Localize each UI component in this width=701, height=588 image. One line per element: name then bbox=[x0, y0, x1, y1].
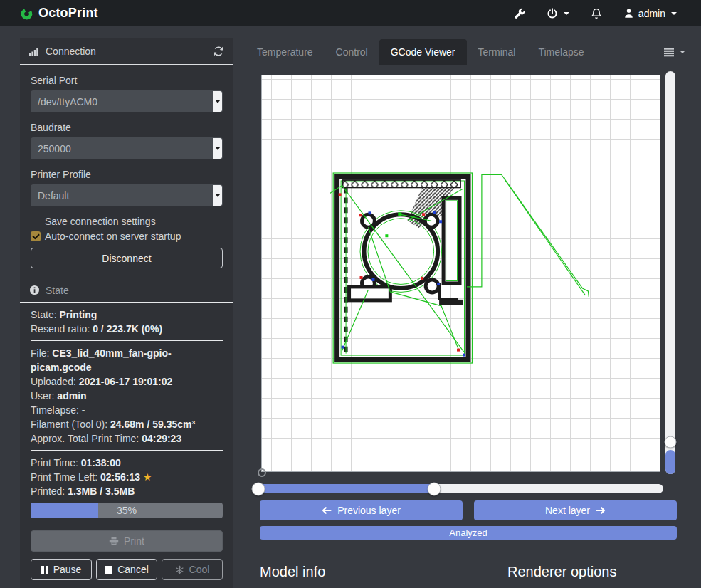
tab-terminal[interactable]: Terminal bbox=[467, 39, 527, 65]
serial-port-select[interactable]: /dev/ttyACM0 bbox=[31, 90, 223, 112]
signal-bars-icon bbox=[29, 46, 39, 56]
save-settings-checkbox[interactable] bbox=[31, 216, 41, 226]
snowflake-icon bbox=[175, 565, 184, 574]
bell-icon bbox=[591, 8, 602, 19]
octoprint-logo bbox=[20, 6, 33, 20]
print-progress-bar: 35% bbox=[31, 503, 223, 518]
user-menu-button[interactable]: admin bbox=[623, 8, 677, 19]
brand[interactable]: OctoPrint bbox=[20, 6, 98, 21]
serial-port-value: /dev/ttyACM0 bbox=[38, 96, 97, 107]
approx-print-time-row: Approx. Total Print Time: 04:29:23 bbox=[31, 431, 223, 446]
arrow-right-icon bbox=[596, 506, 606, 515]
filament-row: Filament (Tool 0): 24.68m / 59.35cm³ bbox=[31, 417, 223, 431]
print-progress-label: 35% bbox=[31, 503, 223, 518]
previous-layer-button[interactable]: Previous layer bbox=[260, 500, 463, 520]
select-caret bbox=[213, 138, 222, 159]
stop-icon bbox=[105, 566, 112, 574]
tab-temperature[interactable]: Temperature bbox=[246, 39, 325, 65]
printer-profile-value: Default bbox=[38, 190, 69, 201]
command-range-slider[interactable] bbox=[254, 484, 663, 493]
lower-section-headings: Model info Renderer options bbox=[260, 564, 701, 580]
info-icon bbox=[29, 285, 40, 295]
uploaded-row: Uploaded: 2021-06-17 19:01:02 bbox=[31, 374, 223, 389]
vertical-layer-handle[interactable] bbox=[665, 436, 677, 448]
resend-row: Resend ratio: 0 / 223.7K (0%) bbox=[31, 322, 223, 336]
arrow-left-icon bbox=[322, 506, 332, 515]
settings-wrench-button[interactable] bbox=[514, 8, 525, 19]
vertical-layer-fill bbox=[665, 450, 675, 474]
autoconnect-checkbox[interactable] bbox=[31, 231, 41, 241]
timelapse-row: Timelapse: - bbox=[31, 403, 223, 417]
connection-panel-body: Serial Port /dev/ttyACM0 Baudrate 250000… bbox=[20, 65, 233, 278]
state-panel-title: State bbox=[46, 285, 69, 296]
next-layer-button[interactable]: Next layer bbox=[474, 500, 677, 520]
navbar-actions: admin bbox=[514, 8, 677, 19]
tab-timelapse[interactable]: Timelapse bbox=[527, 39, 595, 65]
print-time-row: Print Time: 01:38:00 bbox=[31, 456, 223, 470]
printer-icon bbox=[109, 536, 119, 546]
print-time-left-row: Print Time Left: 02:56:13 ★ bbox=[31, 470, 223, 484]
select-caret bbox=[213, 185, 222, 206]
serial-port-label: Serial Port bbox=[31, 75, 223, 86]
user-name-label: admin bbox=[638, 8, 665, 19]
system-menu-button[interactable] bbox=[547, 8, 569, 19]
caret-down-icon bbox=[680, 51, 685, 53]
analyzed-progress-bar: Analyzed bbox=[260, 526, 677, 540]
layer-range-fill bbox=[258, 484, 434, 493]
refresh-icon[interactable] bbox=[213, 46, 224, 57]
gcode-canvas[interactable] bbox=[261, 75, 660, 472]
wrench-icon bbox=[514, 8, 525, 19]
save-settings-label[interactable]: Save connection settings bbox=[45, 216, 156, 227]
origin-ring-icon bbox=[258, 468, 266, 477]
layer-slider-vertical[interactable] bbox=[665, 71, 675, 474]
main-content: Temperature Control GCode Viewer Termina… bbox=[246, 39, 701, 588]
user-row: User: admin bbox=[31, 389, 223, 403]
tab-control[interactable]: Control bbox=[325, 39, 379, 65]
layer-buttons-row: Previous layer Next layer bbox=[260, 500, 677, 520]
caret-down-icon bbox=[671, 12, 677, 15]
power-icon bbox=[547, 8, 558, 19]
printer-profile-label: Printer Profile bbox=[31, 169, 223, 180]
connection-panel-title: Connection bbox=[46, 46, 96, 57]
section-divider bbox=[31, 340, 223, 341]
tab-gcode-viewer[interactable]: GCode Viewer bbox=[379, 39, 467, 65]
cancel-button[interactable]: Cancel bbox=[96, 559, 157, 580]
gcode-render bbox=[262, 75, 660, 471]
list-icon bbox=[663, 48, 675, 57]
notifications-button[interactable] bbox=[591, 8, 602, 19]
select-caret bbox=[213, 91, 222, 112]
brand-title: OctoPrint bbox=[38, 6, 98, 21]
baudrate-select[interactable]: 250000 bbox=[31, 137, 223, 159]
pause-button[interactable]: Pause bbox=[31, 559, 92, 580]
autoconnect-label[interactable]: Auto-connect on server startup bbox=[45, 231, 181, 242]
state-panel-header[interactable]: State bbox=[20, 278, 233, 302]
connection-panel-header[interactable]: Connection bbox=[20, 38, 233, 65]
printed-row: Printed: 1.3MB / 3.5MB bbox=[31, 484, 223, 498]
layer-range-handle[interactable] bbox=[251, 482, 265, 495]
cool-button[interactable]: Cool bbox=[162, 559, 223, 580]
top-navbar: OctoPrint bbox=[0, 0, 701, 26]
print-controls-row: Pause Cancel Cool bbox=[31, 559, 223, 580]
layer-range-handle[interactable] bbox=[428, 482, 441, 495]
state-panel-body: State: Printing Resend ratio: 0 / 223.7K… bbox=[20, 303, 233, 587]
tab-overflow-menu-button[interactable] bbox=[663, 48, 685, 57]
print-button[interactable]: Print bbox=[31, 530, 223, 552]
section-divider bbox=[31, 450, 223, 451]
star-icon: ★ bbox=[143, 471, 152, 483]
baudrate-value: 250000 bbox=[38, 143, 71, 154]
printer-profile-select[interactable]: Default bbox=[31, 184, 223, 206]
octoprint-page: { "theme": { "accent": "#7289da", "navba… bbox=[0, 0, 701, 588]
tab-bar: Temperature Control GCode Viewer Termina… bbox=[246, 39, 701, 65]
renderer-options-heading: Renderer options bbox=[507, 564, 616, 580]
caret-down-icon bbox=[564, 12, 569, 15]
state-row: State: Printing bbox=[31, 308, 223, 322]
model-info-heading: Model info bbox=[260, 564, 507, 580]
file-row: File: CE3_lid_40mm_fan-gpio-picam.gcode bbox=[31, 346, 223, 374]
save-settings-row: Save connection settings bbox=[31, 216, 223, 227]
baudrate-label: Baudrate bbox=[31, 122, 223, 133]
autoconnect-row: Auto-connect on server startup bbox=[31, 231, 223, 242]
disconnect-button[interactable]: Disconnect bbox=[31, 248, 223, 268]
sidebar: Connection Serial Port /dev/ttyACM0 Baud… bbox=[20, 38, 233, 588]
pause-icon bbox=[41, 566, 48, 574]
user-icon bbox=[623, 8, 634, 19]
